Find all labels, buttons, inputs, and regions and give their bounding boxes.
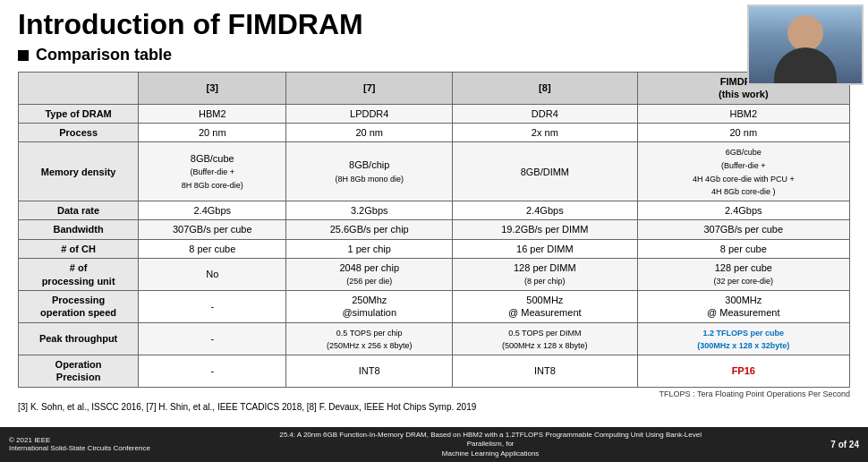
cell-bw-8: 19.2GB/s per DIMM [453,220,637,239]
cell-pu-f: 128 per cube(32 per core-die) [637,259,849,291]
slide-subtitle: Comparison table [18,46,850,64]
table-row: # ofprocessing unit No 2048 per chip(256… [19,259,850,291]
table-header-empty [19,73,139,105]
bottom-right: 7 of 24 [830,440,859,449]
table-row: # of CH 8 per cube 1 per chip 16 per DIM… [19,239,850,258]
row-label-type: Type of DRAM [19,104,139,123]
row-label-ch: # of CH [19,239,139,258]
cell-ch-7: 1 per chip [286,239,453,258]
cell-datarate-3: 2.4Gbps [139,201,286,220]
cell-process-f: 20 nm [637,124,849,142]
cell-op-f: FP16 [637,355,849,387]
cell-ch-8: 16 per DIMM [453,239,637,258]
cell-bw-3: 307GB/s per cube [139,220,286,239]
cell-pt-7: 0.5 TOPS per chip(250MHz x 256 x 8byte) [286,322,453,355]
bottom-center: 25.4: A 20nm 6GB Function-In-Memory DRAM… [267,431,714,458]
bottom-center-text: 25.4: A 20nm 6GB Function-In-Memory DRAM… [279,431,702,458]
cell-ps-8: 500MHz@ Measurement [453,291,637,323]
table-row: OperationPrecision - INT8 INT8 FP16 [19,355,850,387]
cell-process-3: 20 nm [139,124,286,142]
cell-type-f: HBM2 [637,104,849,123]
table-row: Processingoperation speed - 250Mhz@simul… [19,291,850,323]
cell-process-8: 2x nm [453,124,637,142]
table-header-8: [8] [453,73,637,105]
presenter-video [749,6,862,83]
cell-pt-3: - [139,322,286,355]
table-row: Type of DRAM HBM2 LPDDR4 DDR4 HBM2 [19,104,850,123]
cell-pt-8: 0.5 TOPS per DIMM(500MHz x 128 x 8byte) [453,322,637,355]
bottom-left-line2: International Solid-State Circuits Confe… [9,444,150,452]
video-thumbnail [747,4,864,85]
bottom-left: © 2021 IEEE International Solid-State Ci… [9,436,150,452]
row-label-process: Process [19,124,139,142]
cell-ps-f: 300MHz@ Measurement [637,291,849,323]
cell-op-7: INT8 [286,355,453,387]
table-row: Peak throughput - 0.5 TOPS per chip(250M… [19,322,850,355]
bullet-icon [18,50,29,61]
row-label-memory-density: Memory density [19,142,139,201]
table-header-7: [7] [286,73,453,105]
table-row: Process 20 nm 20 nm 2x nm 20 nm [19,124,850,142]
cell-process-7: 20 nm [286,124,453,142]
cell-pu-7: 2048 per chip(256 per die) [286,259,453,291]
row-label-proc-speed: Processingoperation speed [19,291,139,323]
row-label-data-rate: Data rate [19,201,139,220]
table-row: Bandwidth 307GB/s per cube 25.6GB/s per … [19,220,850,239]
references: [3] K. Sohn, et al., ISSCC 2016, [7] H. … [18,402,850,412]
cell-pt-f: 1.2 TFLOPS per cube(300MHz x 128 x 32byt… [637,322,849,355]
cell-op-8: INT8 [453,355,637,387]
cell-ch-f: 8 per cube [637,239,849,258]
cell-datarate-8: 2.4Gbps [453,201,637,220]
cell-type-7: LPDDR4 [286,104,453,123]
bottom-left-line1: © 2021 IEEE [9,436,150,444]
slide: Introduction of FIMDRAM Comparison table… [0,0,868,462]
person-head [787,15,823,51]
cell-datarate-f: 2.4Gbps [637,201,849,220]
tflops-note: TFLOPS : Tera Floating Point Operations … [18,389,850,398]
cell-memory-3: 8GB/cube(Buffer-die +8H 8Gb core-die) [139,142,286,201]
cell-datarate-7: 3.2Gbps [286,201,453,220]
cell-memory-f: 6GB/cube(Buffer-die +4H 4Gb core-die wit… [637,142,849,201]
cell-memory-8: 8GB/DIMM [453,142,637,201]
cell-ps-3: - [139,291,286,323]
cell-type-8: DDR4 [453,104,637,123]
cell-bw-7: 25.6GB/s per chip [286,220,453,239]
slide-title: Introduction of FIMDRAM [18,9,850,40]
cell-op-3: - [139,355,286,387]
table-row: Memory density 8GB/cube(Buffer-die +8H 8… [19,142,850,201]
cell-pu-8: 128 per DIMM(8 per chip) [453,259,637,291]
bottom-bar: © 2021 IEEE International Solid-State Ci… [0,427,868,462]
comparison-table: [3] [7] [8] FIMDRAM(this work) Type of D… [18,72,850,387]
cell-ch-3: 8 per cube [139,239,286,258]
cell-memory-7: 8GB/chip(8H 8Gb mono die) [286,142,453,201]
table-header-3: [3] [139,73,286,105]
row-label-peak-throughput: Peak throughput [19,322,139,355]
row-label-op-precision: OperationPrecision [19,355,139,387]
cell-bw-f: 307GB/s per cube [637,220,849,239]
cell-pu-3: No [139,259,286,291]
cell-ps-7: 250Mhz@simulation [286,291,453,323]
cell-type-3: HBM2 [139,104,286,123]
row-label-bandwidth: Bandwidth [19,220,139,239]
person-body [774,47,837,83]
table-row: Data rate 2.4Gbps 3.2Gbps 2.4Gbps 2.4Gbp… [19,201,850,220]
row-label-proc-unit: # ofprocessing unit [19,259,139,291]
